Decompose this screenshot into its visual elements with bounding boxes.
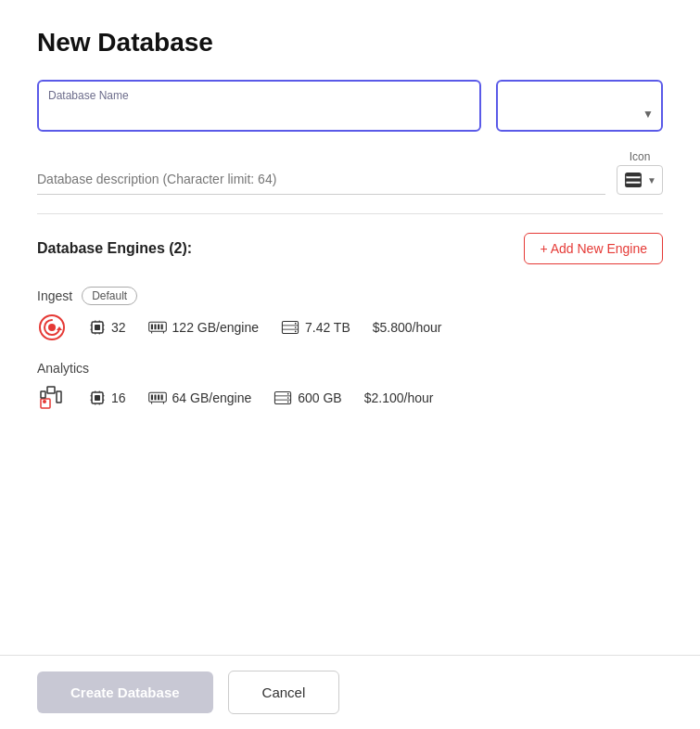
database-icon: [623, 170, 643, 190]
cancel-button[interactable]: Cancel: [228, 671, 340, 714]
database-region-field: Database region ▼: [496, 80, 663, 132]
icon-section: Icon ▼: [617, 150, 663, 195]
svg-rect-21: [160, 324, 162, 329]
spec-price-analytics: $2.100/hour: [364, 390, 434, 405]
svg-rect-31: [41, 391, 45, 398]
svg-point-34: [43, 400, 46, 403]
svg-rect-36: [95, 395, 100, 401]
add-engine-button[interactable]: + Add New Engine: [524, 233, 663, 264]
svg-rect-46: [150, 394, 152, 400]
svg-rect-18: [150, 324, 152, 329]
engine-type-label-ingest: Ingest: [37, 288, 72, 303]
spec-memory-ingest: 122 GB/engine: [148, 320, 259, 335]
database-region-select[interactable]: [496, 80, 663, 132]
analytics-engine-icon: [37, 383, 67, 413]
icon-picker-arrow: ▼: [647, 175, 656, 185]
storage-icon-analytics: [274, 390, 292, 406]
memory-ingest: 122 GB/engine: [172, 320, 259, 335]
icon-picker-button[interactable]: ▼: [617, 165, 663, 195]
svg-rect-47: [154, 394, 156, 400]
spec-storage-ingest: 7.42 TB: [281, 319, 350, 336]
database-name-field: Database Name: [37, 80, 481, 132]
region-select-wrapper: ▼: [496, 80, 663, 132]
engine-specs-analytics: 16 64 GB/engine 600 GB: [37, 383, 663, 413]
create-database-button[interactable]: Create Database: [37, 671, 213, 713]
description-input[interactable]: [37, 164, 605, 195]
engine-specs-ingest: 32 122 GB/engine 7.42 T: [37, 313, 663, 342]
spec-price-ingest: $5.800/hour: [373, 320, 442, 335]
engine-block-ingest: Ingest Default: [37, 287, 663, 342]
spec-cpu-analytics: 16: [89, 390, 126, 406]
database-name-input[interactable]: [37, 80, 481, 132]
memory-icon-ingest: [148, 320, 167, 335]
form-top-row: Database Name Database region ▼: [37, 80, 663, 132]
engine-type-row-analytics: Analytics: [37, 361, 663, 376]
icon-label: Icon: [630, 150, 651, 163]
engines-header: Database Engines (2): + Add New Engine: [37, 233, 663, 264]
default-badge-ingest: Default: [82, 287, 137, 305]
storage-ingest: 7.42 TB: [305, 320, 350, 335]
svg-point-5: [48, 324, 56, 331]
svg-rect-32: [47, 387, 55, 393]
page-title: New Database: [37, 28, 663, 58]
svg-point-28: [295, 326, 297, 328]
storage-icon-ingest: [281, 319, 299, 336]
svg-point-56: [287, 397, 289, 399]
memory-analytics: 64 GB/engine: [172, 390, 252, 405]
spec-cpu-ingest: 32: [89, 319, 126, 336]
spec-storage-analytics: 600 GB: [274, 390, 341, 406]
svg-point-57: [287, 401, 289, 403]
engine-type-row-ingest: Ingest Default: [37, 287, 663, 305]
price-analytics: $2.100/hour: [364, 390, 434, 405]
svg-point-27: [295, 323, 297, 325]
svg-rect-33: [57, 391, 61, 403]
engines-title: Database Engines (2):: [37, 240, 192, 257]
cpu-icon-ingest: [89, 319, 106, 336]
svg-point-29: [295, 330, 297, 332]
cpu-icon-analytics: [89, 390, 106, 406]
storage-analytics: 600 GB: [298, 390, 341, 405]
footer: Create Database Cancel: [0, 655, 700, 729]
ingest-engine-icon: [37, 313, 67, 342]
svg-rect-48: [158, 394, 159, 400]
cpu-count-ingest: 32: [111, 320, 126, 335]
engine-block-analytics: Analytics: [37, 361, 663, 413]
svg-rect-8: [95, 325, 100, 330]
cpu-count-analytics: 16: [111, 390, 126, 405]
engine-type-label-analytics: Analytics: [37, 361, 89, 376]
svg-rect-1: [626, 178, 642, 182]
price-ingest: $5.800/hour: [373, 320, 442, 335]
svg-point-55: [287, 393, 289, 395]
svg-rect-19: [154, 324, 156, 329]
description-row: Icon ▼: [37, 150, 663, 214]
spec-memory-analytics: 64 GB/engine: [148, 390, 252, 405]
svg-rect-49: [160, 394, 162, 400]
memory-icon-analytics: [148, 390, 167, 405]
svg-rect-20: [158, 324, 159, 329]
